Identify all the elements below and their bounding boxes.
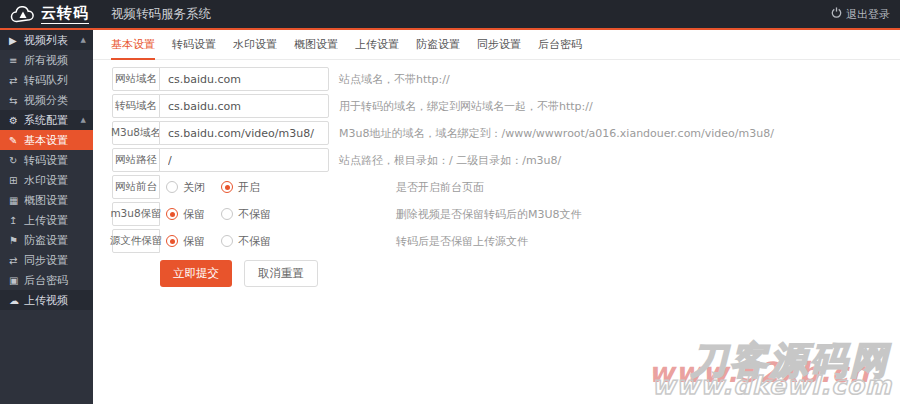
sidebar-item-watermark-settings[interactable]: 水印设置 <box>0 170 93 190</box>
sidebar-item-label: 上传设置 <box>24 213 68 228</box>
sidebar-item-admin-password[interactable]: 后台密码 <box>0 270 93 290</box>
basic-settings-form: 网站域名 站点域名，不带http:// 转码域名 用于转码的域名，绑定到网站域名… <box>93 60 900 287</box>
tab-admin-password[interactable]: 后台密码 <box>538 30 582 60</box>
source-keep-hint: 转码后是否保留上传源文件 <box>396 234 528 249</box>
field-source-keep: 源文件保留 保留 不保留 转码后是否保留上传源文件 <box>112 229 900 253</box>
site-path-label: 网站路径 <box>112 148 160 172</box>
field-m3u8-keep: m3u8保留 保留 不保留 删除视频是否保留转码后的M3U8文件 <box>112 202 900 226</box>
sidebar-item-label: 所有视频 <box>24 53 68 68</box>
shuffle-icon <box>9 95 24 106</box>
sidebar-item-transcode-queue[interactable]: 转码队列 <box>0 70 93 90</box>
m3u8-domain-input[interactable] <box>159 121 329 145</box>
field-transcode-domain: 转码域名 用于转码的域名，绑定到网站域名一起，不带http:// <box>112 94 900 118</box>
sidebar-item-basic-settings[interactable]: 基本设置 <box>0 130 93 150</box>
tab-transcode-settings[interactable]: 转码设置 <box>172 30 216 60</box>
radio-icon <box>166 235 178 247</box>
list-icon <box>9 55 24 66</box>
refresh-icon <box>9 155 24 166</box>
power-icon <box>831 7 842 21</box>
site-frontend-hint: 是否开启前台页面 <box>396 180 484 195</box>
sidebar: 视频列表 所有视频 转码队列 视频分类 系统配置 基本设置 转码设置 水印设置 … <box>0 30 93 404</box>
sidebar-item-label: 转码队列 <box>24 73 68 88</box>
sidebar-item-label: 视频分类 <box>24 93 68 108</box>
transcode-domain-input[interactable] <box>159 94 329 118</box>
sidebar-item-label: 后台密码 <box>24 273 68 288</box>
sidebar-item-label: 视频列表 <box>24 33 68 48</box>
logo-link[interactable]: 云转码 <box>10 5 89 24</box>
radio-label: 保留 <box>183 234 205 249</box>
sidebar-item-label: 上传视频 <box>24 293 68 308</box>
sidebar-item-label: 水印设置 <box>24 173 68 188</box>
radio-icon <box>166 181 178 193</box>
source-keep-label: 源文件保留 <box>112 229 160 253</box>
logout-button[interactable]: 退出登录 <box>831 7 890 22</box>
reset-button[interactable]: 取消重置 <box>244 260 318 287</box>
radio-option-off[interactable]: 关闭 <box>166 180 205 195</box>
gear-icon <box>9 115 24 126</box>
transcode-domain-hint: 用于转码的域名，绑定到网站域名一起，不带http:// <box>339 99 593 114</box>
sidebar-item-system-config[interactable]: 系统配置 <box>0 110 93 130</box>
sidebar-item-transcode-settings[interactable]: 转码设置 <box>0 150 93 170</box>
radio-option-keep[interactable]: 保留 <box>166 234 205 249</box>
field-site-frontend: 网站前台 关闭 开启 是否开启前台页面 <box>112 175 900 199</box>
m3u8-keep-radio-group: 保留 不保留 <box>166 207 386 222</box>
logo-text: 云转码 <box>41 5 89 24</box>
app-header: 云转码 视频转码服务系统 退出登录 <box>0 0 900 28</box>
field-site-path: 网站路径 站点路径，根目录如：/ 二级目录如：/m3u8/ <box>112 148 900 172</box>
site-domain-input[interactable] <box>159 67 329 91</box>
sidebar-item-sync-settings[interactable]: 同步设置 <box>0 250 93 270</box>
video-camera-icon <box>9 35 24 46</box>
edit-icon <box>9 135 24 146</box>
m3u8-domain-hint: M3u8地址的域名，域名绑定到：/www/wwwroot/a016.xiando… <box>339 126 774 141</box>
sidebar-item-label: 同步设置 <box>24 253 68 268</box>
tab-upload-settings[interactable]: 上传设置 <box>355 30 399 60</box>
sidebar-item-all-videos[interactable]: 所有视频 <box>0 50 93 70</box>
sidebar-item-antitheft-settings[interactable]: 防盗设置 <box>0 230 93 250</box>
caret-up-icon <box>81 116 86 124</box>
radio-icon <box>221 181 233 193</box>
sidebar-item-label: 转码设置 <box>24 153 68 168</box>
m3u8-keep-hint: 删除视频是否保留转码后的M3U8文件 <box>396 207 582 222</box>
radio-label: 保留 <box>183 207 205 222</box>
radio-option-discard[interactable]: 不保留 <box>221 207 271 222</box>
m3u8-domain-label: M3u8域名 <box>112 121 160 145</box>
sidebar-item-label: 防盗设置 <box>24 233 68 248</box>
site-path-input[interactable] <box>159 148 329 172</box>
radio-icon <box>221 235 233 247</box>
site-path-hint: 站点路径，根目录如：/ 二级目录如：/m3u8/ <box>339 153 561 168</box>
sidebar-item-video-category[interactable]: 视频分类 <box>0 90 93 110</box>
upload-icon <box>9 215 24 226</box>
sidebar-item-video-list[interactable]: 视频列表 <box>0 30 93 50</box>
radio-label: 关闭 <box>183 180 205 195</box>
site-domain-label: 网站域名 <box>112 67 160 91</box>
radio-option-discard[interactable]: 不保留 <box>221 234 271 249</box>
sidebar-item-label: 系统配置 <box>24 113 68 128</box>
radio-label: 开启 <box>238 180 260 195</box>
tab-basic-settings[interactable]: 基本设置 <box>111 30 155 60</box>
tab-thumbnail-settings[interactable]: 概图设置 <box>294 30 338 60</box>
exchange-icon <box>9 75 24 86</box>
sync-icon <box>9 255 24 266</box>
tab-antitheft-settings[interactable]: 防盗设置 <box>416 30 460 60</box>
field-site-domain: 网站域名 站点域名，不带http:// <box>112 67 900 91</box>
caret-up-icon <box>81 36 86 44</box>
sidebar-item-thumbnail-settings[interactable]: 概图设置 <box>0 190 93 210</box>
radio-label: 不保留 <box>238 207 271 222</box>
radio-option-keep[interactable]: 保留 <box>166 207 205 222</box>
site-frontend-radio-group: 关闭 开启 <box>166 180 386 195</box>
sidebar-item-upload-video[interactable]: 上传视频 <box>0 290 93 310</box>
submit-button[interactable]: 立即提交 <box>160 260 232 287</box>
watermark-site-url: www.dkewl.com <box>652 371 892 400</box>
sidebar-item-label: 基本设置 <box>24 133 68 148</box>
tab-watermark-settings[interactable]: 水印设置 <box>233 30 277 60</box>
image-icon <box>9 195 24 206</box>
site-domain-hint: 站点域名，不带http:// <box>339 72 450 87</box>
field-m3u8-domain: M3u8域名 M3u8地址的域名，域名绑定到：/www/wwwroot/a016… <box>112 121 900 145</box>
transcode-domain-label: 转码域名 <box>112 94 160 118</box>
radio-option-on[interactable]: 开启 <box>221 180 260 195</box>
cloud-upload-icon <box>9 295 24 306</box>
sidebar-item-upload-settings[interactable]: 上传设置 <box>0 210 93 230</box>
tab-sync-settings[interactable]: 同步设置 <box>477 30 521 60</box>
crop-icon <box>9 175 24 186</box>
site-frontend-label: 网站前台 <box>112 175 160 199</box>
